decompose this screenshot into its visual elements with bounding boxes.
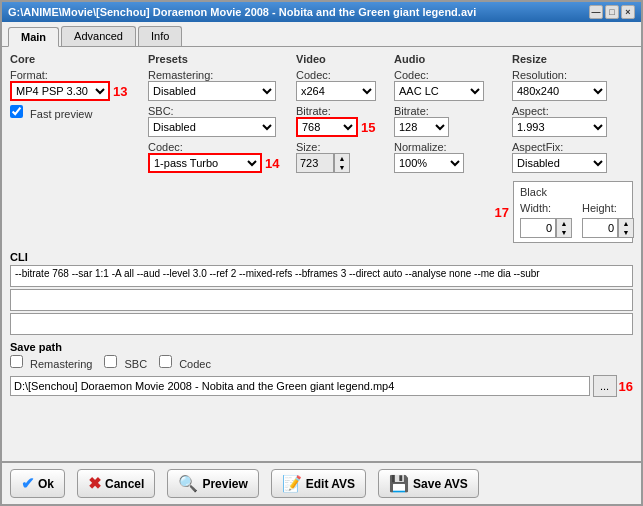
cancel-label: Cancel: [105, 477, 144, 491]
ok-icon: ✔: [21, 474, 34, 493]
save-path-section: Save path Remastering SBC Codec ..: [10, 341, 633, 397]
resolution-select[interactable]: 480x240: [512, 81, 607, 101]
black-height-input[interactable]: [582, 218, 618, 238]
video-size-down[interactable]: ▼: [335, 163, 349, 172]
remastering-checkbox-label: Remastering: [10, 355, 92, 370]
black-height-field: Height: ▲ ▼: [582, 202, 634, 238]
fast-preview-label: Fast preview: [10, 108, 92, 120]
cli-label: CLI: [10, 251, 633, 263]
black-box: Black Width: ▲ ▼: [513, 181, 633, 243]
video-bitrate-label: Bitrate:: [296, 105, 331, 117]
video-section: Video Codec: x264 Bitrate: 768 15: [296, 53, 386, 177]
audio-bitrate-select[interactable]: 128: [394, 117, 449, 137]
audio-section: Audio Codec: AAC LC Bitrate: 128: [394, 53, 504, 177]
remastering-checkbox[interactable]: [10, 355, 23, 368]
resolution-group: Resolution: 480x240: [512, 69, 622, 101]
save-path-label: Save path: [10, 341, 633, 353]
black-width-up[interactable]: ▲: [557, 219, 571, 228]
edit-avs-icon: 📝: [282, 474, 302, 493]
title-bar-buttons: — □ ×: [589, 5, 635, 19]
ok-label: Ok: [38, 477, 54, 491]
aspect-group: Aspect: 1.993: [512, 105, 622, 137]
video-size-spinbox-btns: ▲ ▼: [334, 153, 350, 173]
audio-codec-group: Codec: AAC LC: [394, 69, 504, 101]
black-height-down[interactable]: ▼: [619, 228, 633, 237]
tab-advanced[interactable]: Advanced: [61, 26, 136, 46]
format-label: Format:: [10, 69, 48, 81]
maximize-button[interactable]: □: [605, 5, 619, 19]
save-path-input[interactable]: [10, 376, 590, 396]
video-bitrate-select[interactable]: 768: [296, 117, 358, 137]
black-fields-row: Width: ▲ ▼ Height:: [520, 202, 626, 238]
title-bar: G:\ANIME\Movie\[Senchou] Doraemon Movie …: [2, 2, 641, 22]
video-size-group: Size: ▲ ▼: [296, 141, 386, 173]
black-width-btns: ▲ ▼: [556, 218, 572, 238]
video-codec-select[interactable]: x264: [296, 81, 376, 101]
minimize-button[interactable]: —: [589, 5, 603, 19]
audio-codec-select[interactable]: AAC LC: [394, 81, 484, 101]
preview-label: Preview: [202, 477, 247, 491]
edit-avs-button[interactable]: 📝 Edit AVS: [271, 469, 366, 498]
tab-main[interactable]: Main: [8, 27, 59, 47]
codec-checkbox[interactable]: [159, 355, 172, 368]
audio-normalize-select[interactable]: 100%: [394, 153, 464, 173]
fast-preview-checkbox[interactable]: [10, 105, 23, 118]
edit-avs-label: Edit AVS: [306, 477, 355, 491]
cli-text: --bitrate 768 --sar 1:1 -A all --aud --l…: [10, 265, 633, 287]
save-avs-label: Save AVS: [413, 477, 468, 491]
audio-label: Audio: [394, 53, 504, 65]
video-size-label: Size:: [296, 141, 320, 153]
black-width-spinbox: ▲ ▼: [520, 218, 572, 238]
codec-row: 1-pass Turbo 14: [148, 153, 288, 173]
close-button[interactable]: ×: [621, 5, 635, 19]
main-window: G:\ANIME\Movie\[Senchou] Doraemon Movie …: [0, 0, 643, 506]
cli-section: CLI --bitrate 768 --sar 1:1 -A all --aud…: [10, 251, 633, 337]
sbc-checkbox[interactable]: [104, 355, 117, 368]
black-width-down[interactable]: ▼: [557, 228, 571, 237]
presets-section: Presets Remastering: Disabled SBC: Disab…: [148, 53, 288, 177]
main-content: Core Format: MP4 PSP 3.30 13 Fast previe…: [2, 47, 641, 461]
badge-17: 17: [495, 205, 509, 220]
audio-bitrate-group: Bitrate: 128: [394, 105, 504, 137]
codec-label-presets: Codec:: [148, 141, 183, 153]
tabs-bar: Main Advanced Info: [2, 22, 641, 47]
cancel-button[interactable]: ✖ Cancel: [77, 469, 155, 498]
ok-button[interactable]: ✔ Ok: [10, 469, 65, 498]
sbc-label: SBC:: [148, 105, 174, 117]
black-height-btns: ▲ ▼: [618, 218, 634, 238]
aspect-select[interactable]: 1.993: [512, 117, 607, 137]
video-size-input[interactable]: [296, 153, 334, 173]
window-title: G:\ANIME\Movie\[Senchou] Doraemon Movie …: [8, 6, 476, 18]
preview-icon: 🔍: [178, 474, 198, 493]
black-title: Black: [520, 186, 626, 198]
codec-checkbox-label: Codec: [159, 355, 211, 370]
video-size-up[interactable]: ▲: [335, 154, 349, 163]
video-codec-group: Codec: x264: [296, 69, 386, 101]
black-width-label: Width:: [520, 202, 572, 214]
sbc-select[interactable]: Disabled: [148, 117, 276, 137]
cli-empty-1: [10, 289, 633, 311]
resize-section: Resize Resolution: 480x240 Aspect: 1.993…: [512, 53, 622, 177]
browse-button[interactable]: ...: [593, 375, 617, 397]
black-height-up[interactable]: ▲: [619, 219, 633, 228]
remastering-select[interactable]: Disabled: [148, 81, 276, 101]
aspectfix-label: AspectFix:: [512, 141, 563, 153]
black-height-spinbox: ▲ ▼: [582, 218, 634, 238]
resize-label: Resize: [512, 53, 622, 65]
badge-13: 13: [113, 84, 127, 99]
video-label: Video: [296, 53, 386, 65]
tab-info[interactable]: Info: [138, 26, 182, 46]
save-avs-button[interactable]: 💾 Save AVS: [378, 469, 479, 498]
aspectfix-group: AspectFix: Disabled: [512, 141, 622, 173]
remastering-label: Remastering:: [148, 69, 213, 81]
aspectfix-select[interactable]: Disabled: [512, 153, 607, 173]
preview-button[interactable]: 🔍 Preview: [167, 469, 258, 498]
codec-group: Codec: 1-pass Turbo 14: [148, 141, 288, 173]
badge-16: 16: [619, 379, 633, 394]
black-width-input[interactable]: [520, 218, 556, 238]
save-path-checkboxes: Remastering SBC Codec: [10, 355, 633, 372]
format-group: Format: MP4 PSP 3.30 13: [10, 69, 140, 101]
audio-normalize-group: Normalize: 100%: [394, 141, 504, 173]
format-select[interactable]: MP4 PSP 3.30: [10, 81, 110, 101]
codec-select[interactable]: 1-pass Turbo: [148, 153, 262, 173]
